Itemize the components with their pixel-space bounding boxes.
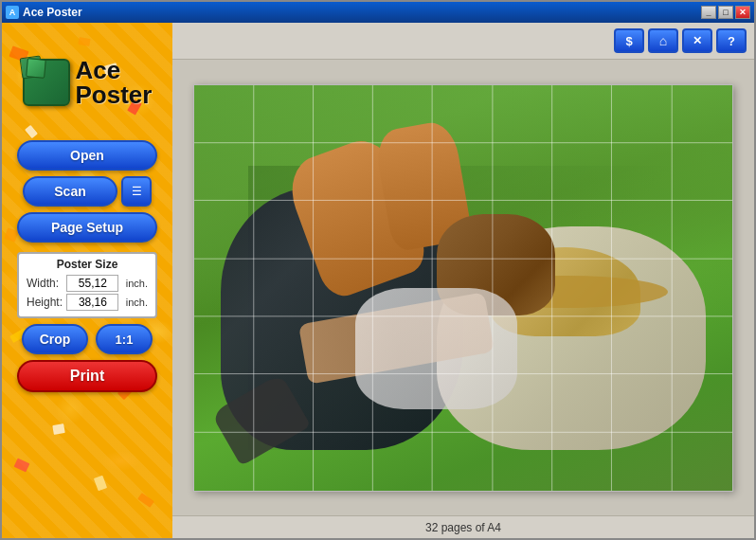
status-bar: 32 pages of A4: [172, 515, 754, 538]
help-button[interactable]: ?: [716, 28, 747, 53]
page-setup-button[interactable]: Page Setup: [17, 212, 157, 243]
status-text: 32 pages of A4: [425, 521, 501, 534]
logo-text-line2: Poster: [76, 82, 153, 107]
poster-height-row: Height: inch.: [27, 294, 148, 311]
purchase-button[interactable]: $: [614, 28, 644, 53]
title-bar-controls[interactable]: _ □ ✕: [701, 6, 750, 19]
title-bar-left: A Ace Poster: [6, 6, 82, 19]
title-bar: A Ace Poster _ □ ✕: [2, 2, 754, 23]
scan-button[interactable]: Scan: [23, 176, 117, 207]
print-button[interactable]: Print: [17, 360, 157, 392]
main-content: $ ⌂ ✕ ?: [172, 23, 754, 538]
poster-width-unit: inch.: [126, 278, 148, 289]
poster-height-label: Height:: [27, 296, 63, 309]
poster-height-input[interactable]: [66, 294, 118, 311]
maximize-button[interactable]: □: [718, 6, 733, 19]
scan-dropdown-button[interactable]: ☰: [121, 176, 152, 207]
logo-text-line1: Ace: [76, 58, 153, 82]
minimize-button[interactable]: _: [701, 6, 716, 19]
canvas-area: [172, 60, 754, 515]
scan-row: Scan ☰: [23, 176, 152, 207]
open-button[interactable]: Open: [17, 140, 157, 171]
content-area: Ace Poster Open Scan ☰ Page Setup Poster…: [2, 23, 754, 538]
crop-button[interactable]: Crop: [22, 324, 88, 354]
home-button[interactable]: ⌂: [648, 28, 678, 53]
main-window: A Ace Poster _ □ ✕: [0, 0, 756, 540]
top-toolbar: $ ⌂ ✕ ?: [172, 23, 754, 60]
poster-canvas: [193, 84, 733, 492]
poster-width-label: Width:: [27, 277, 63, 290]
poster-size-title: Poster Size: [27, 258, 148, 271]
window-title: Ace Poster: [23, 6, 82, 19]
poster-width-row: Width: inch.: [27, 275, 148, 292]
settings-button[interactable]: ✕: [682, 28, 712, 53]
poster-size-box: Poster Size Width: inch. Height: inch.: [17, 252, 157, 318]
poster-height-unit: inch.: [126, 297, 148, 308]
close-button[interactable]: ✕: [735, 6, 750, 19]
crop-ratio-row: Crop 1:1: [22, 324, 153, 354]
ratio-button[interactable]: 1:1: [96, 324, 153, 354]
app-logo: Ace Poster: [21, 30, 153, 135]
poster-width-input[interactable]: [66, 275, 118, 292]
sidebar: Ace Poster Open Scan ☰ Page Setup Poster…: [2, 23, 172, 538]
scan-dropdown-icon: ☰: [132, 185, 142, 198]
app-icon: A: [6, 6, 19, 19]
